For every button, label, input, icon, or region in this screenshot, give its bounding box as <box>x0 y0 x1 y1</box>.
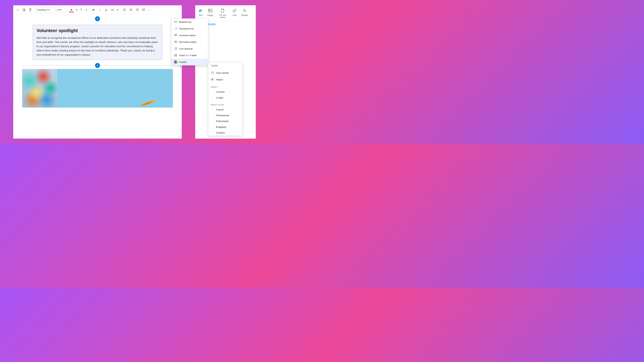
tab-link-label: Link <box>232 14 236 16</box>
image-blue <box>57 69 173 108</box>
align-center-button[interactable] <box>128 7 134 13</box>
toolbar: Heading 3 ▾ 24 ▾ A ▾ ▾ B I U 99 ▾ <box>13 5 182 14</box>
justify-button[interactable] <box>141 7 146 13</box>
insert-table-label: Insert 3 x 3 table <box>179 54 197 57</box>
align-left-button[interactable] <box>122 7 127 13</box>
delete-button[interactable] <box>28 7 33 13</box>
separator-2 <box>67 8 67 12</box>
font-size-select[interactable]: 24 ▾ <box>56 7 66 12</box>
menu-item-adjust[interactable]: Adjust › <box>208 76 242 83</box>
svg-point-5 <box>18 10 18 11</box>
menu-item-engaging[interactable]: Engaging <box>208 124 242 130</box>
line-spacing-chevron: › <box>205 47 206 50</box>
menu-item-concise[interactable]: Concise <box>208 89 242 95</box>
engaging-label: Engaging <box>211 126 226 128</box>
decrease-indent-icon <box>174 40 178 44</box>
copilot-submenu-header: Copilot <box>208 62 242 68</box>
editor-container: Heading 3 ▾ 24 ▾ A ▾ ▾ B I U 99 ▾ <box>13 5 182 139</box>
copy-button[interactable] <box>21 7 27 13</box>
menu-item-numbered-list-left: 1.2. Numbered list <box>174 27 194 30</box>
menu-item-bulleted-list-left: Bulleted list <box>174 20 191 24</box>
menu-item-longer[interactable]: Longer <box>208 95 242 101</box>
people-icon <box>242 8 247 13</box>
insert-table-chevron: › <box>205 54 206 56</box>
svg-text:2.: 2. <box>174 29 175 30</box>
drag-handle-btn[interactable] <box>15 7 20 13</box>
menu-item-line-spacing[interactable]: Line spacing › <box>172 45 208 52</box>
pencil-decoration <box>141 100 155 107</box>
menu-item-insert-table[interactable]: Insert 3 x 3 table › <box>172 52 208 59</box>
tab-people-label: People <box>241 14 248 16</box>
copilot-icon <box>174 60 178 64</box>
svg-rect-23 <box>208 9 212 12</box>
text-block: Volunteer spotlight We'd like to recogni… <box>33 25 162 60</box>
longer-label: Longer <box>211 96 224 99</box>
menu-item-copilot[interactable]: Copilot › <box>172 59 208 65</box>
content-title: Volunteer spotlight <box>36 28 158 33</box>
tab-people[interactable]: People <box>241 8 248 21</box>
bulleted-list-icon <box>174 20 178 24</box>
bulleted-list-chevron: › <box>205 21 206 23</box>
font-size-chevron-icon: ▾ <box>60 8 62 11</box>
svg-point-25 <box>244 9 245 10</box>
copilot-divider-1 <box>208 69 242 69</box>
highlight-dropdown[interactable]: ▾ <box>85 7 88 13</box>
highlight-button[interactable] <box>78 7 84 13</box>
make-it-section-label: Make it <box>208 84 242 89</box>
professional-label: Professional <box>211 114 229 117</box>
make-it-sound-section-label: Make it sound <box>208 102 242 107</box>
menu-item-increase-indent[interactable]: Increase indent <box>172 32 208 39</box>
heading-select[interactable]: Heading 3 ▾ <box>36 7 55 12</box>
menu-item-auto-rewrite[interactable]: Auto rewrite <box>208 69 242 76</box>
tab-image[interactable]: Image <box>207 8 213 21</box>
svg-rect-8 <box>80 10 82 11</box>
add-block-middle-button[interactable]: + <box>95 63 100 68</box>
font-color-icon: A <box>70 8 72 11</box>
svg-point-3 <box>18 9 18 10</box>
menu-item-increase-indent-left: Increase indent <box>174 33 195 37</box>
menu-item-professional[interactable]: Professional <box>208 113 242 118</box>
svg-point-49 <box>212 80 212 80</box>
creative-label: Creative <box>211 131 225 134</box>
separator-3 <box>89 8 89 12</box>
font-color-button[interactable]: A <box>69 7 74 13</box>
menu-item-creative[interactable]: Creative <box>208 130 242 136</box>
align-right-button[interactable] <box>134 7 140 13</box>
content-body[interactable]: We'd like to recognize the exceptional e… <box>36 36 158 57</box>
heading-value: Heading 3 <box>37 8 48 11</box>
font-size-value: 24 <box>57 8 60 11</box>
underline-button[interactable]: U <box>103 7 109 13</box>
svg-point-2 <box>17 9 18 10</box>
concise-label: Concise <box>211 91 225 93</box>
quote-button[interactable]: 99 <box>110 7 115 13</box>
auto-rewrite-label: Auto rewrite <box>216 72 229 74</box>
increase-indent-label: Increase indent <box>179 34 195 37</box>
more-options-button[interactable]: ··· <box>147 7 153 13</box>
add-block-top-button[interactable]: + <box>95 16 100 21</box>
tab-image-label: Image <box>207 14 213 16</box>
tab-file-media[interactable]: File and Media <box>217 8 228 21</box>
menu-item-line-spacing-left: Line spacing <box>174 47 192 50</box>
menu-item-decrease-indent[interactable]: Decrease indent <box>172 39 208 45</box>
numbered-list-label: Numbered list <box>179 27 194 30</box>
tab-link[interactable]: Link <box>232 8 237 21</box>
line-spacing-label: Line spacing <box>179 47 192 50</box>
menu-item-bulleted-list[interactable]: Bulleted list › <box>172 19 208 25</box>
link-icon <box>232 8 237 13</box>
text-icon: AA <box>198 8 203 13</box>
image-chairs <box>22 69 57 108</box>
decrease-indent-label: Decrease indent <box>179 41 196 43</box>
menu-item-numbered-list[interactable]: 1.2. Numbered list › <box>172 25 208 32</box>
line-spacing-icon <box>174 47 178 50</box>
menu-item-casual[interactable]: Casual <box>208 107 242 113</box>
quote-dropdown[interactable]: ▾ <box>116 7 119 13</box>
menu-item-enthusiastic[interactable]: Enthusiastic <box>208 118 242 124</box>
context-menu-primary: Bulleted list › 1.2. Numbered list › Inc… <box>171 18 208 65</box>
menu-item-adjust-left: Adjust <box>211 78 223 81</box>
italic-button[interactable]: I <box>97 7 102 13</box>
svg-point-0 <box>17 8 18 9</box>
menu-item-copilot-left: Copilot <box>174 60 186 64</box>
font-color-dropdown[interactable]: ▾ <box>75 7 78 13</box>
bold-button[interactable]: B <box>91 7 96 13</box>
numbered-list-chevron: › <box>205 27 206 30</box>
